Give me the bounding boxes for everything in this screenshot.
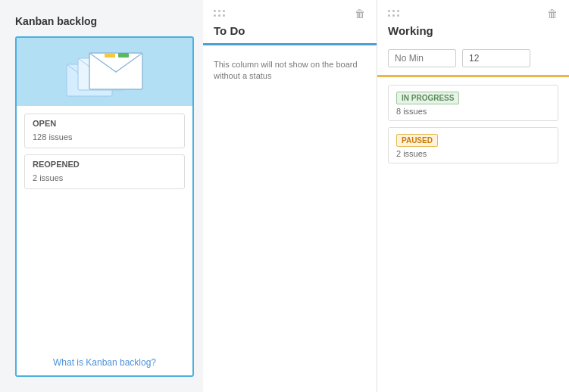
status-reopened: REOPENED 2 issues [24, 154, 185, 189]
badge-inprogress: IN PROGRESS [396, 92, 459, 104]
todo-delete-icon[interactable]: 🗑 [355, 8, 366, 20]
wip-max-input[interactable] [462, 49, 530, 67]
paused-count: 2 issues [396, 149, 550, 158]
page-container: Kanban backlog [0, 0, 569, 392]
todo-note: This column will not show on the board w… [203, 53, 377, 89]
status-reopened-label: REOPENED [33, 160, 177, 169]
working-delete-icon[interactable]: 🗑 [547, 8, 558, 20]
todo-header: 🗑 To Do [203, 0, 377, 43]
wip-min-input[interactable] [388, 49, 456, 67]
status-reopened-count: 2 issues [33, 173, 63, 182]
backlog-illustration [17, 38, 192, 106]
working-status-cards: IN PROGRESS 8 issues PAUSED 2 issues [377, 85, 569, 163]
status-inprogress: IN PROGRESS 8 issues [388, 85, 558, 121]
working-header: 🗑 Working [377, 0, 569, 43]
working-panel: 🗑 Working IN PROGRESS 8 issues PAUSED 2 … [377, 0, 569, 392]
backlog-title: Kanban backlog [15, 15, 194, 27]
svg-rect-4 [118, 53, 129, 58]
working-drag-handle[interactable]: 🗑 [388, 8, 558, 20]
todo-drag-handle[interactable]: 🗑 [214, 8, 366, 20]
working-wip-inputs [377, 43, 569, 75]
status-paused: PAUSED 2 issues [388, 127, 558, 163]
status-open-label: OPEN [33, 119, 177, 128]
svg-rect-3 [105, 53, 115, 58]
inprogress-count: 8 issues [396, 107, 550, 116]
backlog-help-link[interactable]: What is Kanban backlog? [17, 350, 192, 375]
todo-panel: 🗑 To Do This column will not show on the… [203, 0, 377, 392]
backlog-card: OPEN 128 issues REOPENED 2 issues What i… [15, 36, 194, 377]
badge-paused: PAUSED [396, 134, 438, 147]
working-title: Working [388, 24, 558, 37]
status-open: OPEN 128 issues [24, 114, 185, 148]
todo-drag-dots [214, 10, 226, 17]
working-separator [377, 75, 569, 77]
working-drag-dots [388, 10, 400, 17]
todo-title: To Do [214, 24, 366, 37]
kanban-illustration-svg [52, 42, 158, 102]
status-open-count: 128 issues [33, 132, 73, 142]
todo-separator [203, 43, 377, 45]
backlog-content: OPEN 128 issues REOPENED 2 issues [17, 106, 192, 350]
backlog-panel: Kanban backlog [0, 0, 203, 392]
